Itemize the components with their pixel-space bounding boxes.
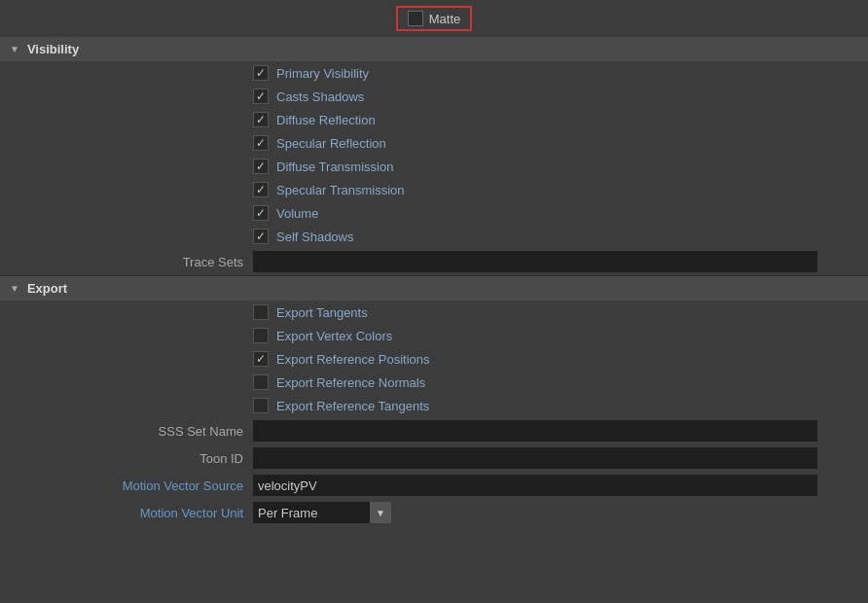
visibility-row-4: Diffuse Transmission bbox=[0, 155, 868, 178]
export-tangents-label: Export Tangents bbox=[276, 305, 368, 320]
specular-transmission-label: Specular Transmission bbox=[276, 183, 405, 197]
toon-id-value bbox=[253, 447, 868, 469]
export-value-1: Export Vertex Colors bbox=[253, 328, 868, 343]
motion-vector-source-label: Motion Vector Source bbox=[0, 479, 253, 493]
trace-sets-label: Trace Sets bbox=[0, 255, 253, 269]
visibility-checkbox-row-4: Diffuse Transmission bbox=[253, 159, 393, 174]
export-section-title: Export bbox=[27, 281, 67, 296]
toon-id-label: Toon ID bbox=[0, 451, 253, 466]
visibility-checkbox-row-3: Specular Reflection bbox=[253, 135, 386, 151]
top-bar: Matte bbox=[0, 0, 868, 37]
export-value-0: Export Tangents bbox=[253, 304, 868, 320]
visibility-arrow-icon: ▼ bbox=[10, 44, 19, 54]
export-row-3: Export Reference Normals bbox=[0, 371, 868, 394]
export-checkbox-row-1: Export Vertex Colors bbox=[253, 328, 392, 343]
export-row-2: Export Reference Positions bbox=[0, 347, 868, 371]
export-section-header[interactable]: ▼ Export bbox=[0, 276, 868, 301]
export-reference-normals-label: Export Reference Normals bbox=[276, 375, 425, 390]
diffuse-transmission-label: Diffuse Transmission bbox=[276, 160, 393, 174]
visibility-section-title: Visibility bbox=[27, 42, 79, 56]
volume-label: Volume bbox=[276, 206, 318, 221]
visibility-checkbox-row-1: Casts Shadows bbox=[253, 89, 364, 104]
visibility-value-0: Primary Visibility bbox=[253, 65, 868, 81]
export-value-4: Export Reference Tangents bbox=[253, 398, 868, 413]
motion-vector-source-value bbox=[253, 475, 868, 496]
primary-visibility-checkbox[interactable] bbox=[253, 65, 269, 81]
export-checkbox-row-0: Export Tangents bbox=[253, 304, 368, 320]
visibility-section-content: Primary Visibility Casts Shadows Diffuse… bbox=[0, 61, 868, 275]
visibility-row-6: Volume bbox=[0, 201, 868, 225]
export-tangents-checkbox[interactable] bbox=[253, 304, 269, 320]
export-value-2: Export Reference Positions bbox=[253, 351, 868, 367]
toon-id-row: Toon ID bbox=[0, 444, 868, 472]
export-reference-tangents-label: Export Reference Tangents bbox=[276, 399, 429, 413]
motion-vector-unit-value: ▼ bbox=[253, 502, 868, 523]
matte-checkbox[interactable] bbox=[408, 11, 423, 26]
self-shadows-label: Self Shadows bbox=[276, 230, 354, 244]
motion-vector-source-row: Motion Vector Source bbox=[0, 472, 868, 499]
export-checkbox-row-3: Export Reference Normals bbox=[253, 374, 425, 390]
export-reference-positions-checkbox[interactable] bbox=[253, 351, 269, 367]
visibility-value-1: Casts Shadows bbox=[253, 89, 868, 104]
sss-set-name-input[interactable] bbox=[253, 420, 817, 442]
export-reference-tangents-checkbox[interactable] bbox=[253, 398, 269, 413]
visibility-value-2: Diffuse Reflection bbox=[253, 112, 868, 127]
visibility-checkbox-row-2: Diffuse Reflection bbox=[253, 112, 376, 127]
matte-label: Matte bbox=[429, 12, 461, 26]
casts-shadows-checkbox[interactable] bbox=[253, 89, 269, 104]
export-row-4: Export Reference Tangents bbox=[0, 394, 868, 417]
diffuse-transmission-checkbox[interactable] bbox=[253, 159, 269, 174]
specular-reflection-checkbox[interactable] bbox=[253, 135, 269, 151]
trace-sets-input[interactable] bbox=[253, 251, 817, 272]
self-shadows-checkbox[interactable] bbox=[253, 229, 269, 244]
primary-visibility-label: Primary Visibility bbox=[276, 66, 369, 81]
trace-sets-row: Trace Sets bbox=[0, 248, 868, 275]
specular-transmission-checkbox[interactable] bbox=[253, 182, 269, 197]
specular-reflection-label: Specular Reflection bbox=[276, 136, 386, 151]
visibility-row-7: Self Shadows bbox=[0, 225, 868, 248]
sss-set-name-row: SSS Set Name bbox=[0, 417, 868, 444]
visibility-row-5: Specular Transmission bbox=[0, 178, 868, 201]
export-section-content: Export Tangents Export Vertex Colors Exp… bbox=[0, 301, 868, 526]
motion-vector-unit-label: Motion Vector Unit bbox=[0, 506, 253, 520]
export-arrow-icon: ▼ bbox=[10, 283, 19, 294]
trace-sets-value bbox=[253, 251, 868, 272]
visibility-value-4: Diffuse Transmission bbox=[253, 159, 868, 174]
casts-shadows-label: Casts Shadows bbox=[276, 89, 364, 104]
visibility-row-0: Primary Visibility bbox=[0, 61, 868, 85]
sss-set-name-label: SSS Set Name bbox=[0, 424, 253, 439]
visibility-value-6: Volume bbox=[253, 205, 868, 221]
matte-button[interactable]: Matte bbox=[396, 6, 473, 31]
visibility-row-2: Diffuse Reflection bbox=[0, 108, 868, 131]
diffuse-reflection-checkbox[interactable] bbox=[253, 112, 269, 127]
toon-id-input[interactable] bbox=[253, 447, 817, 469]
visibility-row-3: Specular Reflection bbox=[0, 131, 868, 155]
export-checkbox-row-4: Export Reference Tangents bbox=[253, 398, 429, 413]
motion-vector-source-input[interactable] bbox=[253, 475, 817, 496]
visibility-checkbox-row-6: Volume bbox=[253, 205, 318, 221]
sss-set-name-value bbox=[253, 420, 868, 442]
motion-vector-unit-arrow-icon[interactable]: ▼ bbox=[370, 502, 391, 523]
export-vertex-colors-label: Export Vertex Colors bbox=[276, 329, 392, 343]
volume-checkbox[interactable] bbox=[253, 205, 269, 221]
visibility-checkbox-row-7: Self Shadows bbox=[253, 229, 354, 244]
export-reference-positions-label: Export Reference Positions bbox=[276, 352, 430, 367]
visibility-row-1: Casts Shadows bbox=[0, 85, 868, 108]
visibility-value-5: Specular Transmission bbox=[253, 182, 868, 197]
visibility-checkbox-row-5: Specular Transmission bbox=[253, 182, 405, 197]
export-vertex-colors-checkbox[interactable] bbox=[253, 328, 269, 343]
visibility-value-3: Specular Reflection bbox=[253, 135, 868, 151]
visibility-section-header[interactable]: ▼ Visibility bbox=[0, 37, 868, 61]
export-row-1: Export Vertex Colors bbox=[0, 324, 868, 347]
visibility-checkbox-row-0: Primary Visibility bbox=[253, 65, 369, 81]
diffuse-reflection-label: Diffuse Reflection bbox=[276, 113, 376, 127]
visibility-value-7: Self Shadows bbox=[253, 229, 868, 244]
motion-vector-unit-dropdown: ▼ bbox=[253, 502, 391, 523]
export-value-3: Export Reference Normals bbox=[253, 374, 868, 390]
export-row-0: Export Tangents bbox=[0, 301, 868, 324]
export-reference-normals-checkbox[interactable] bbox=[253, 374, 269, 390]
motion-vector-unit-input[interactable] bbox=[253, 502, 370, 523]
export-checkbox-row-2: Export Reference Positions bbox=[253, 351, 430, 367]
motion-vector-unit-row: Motion Vector Unit ▼ bbox=[0, 499, 868, 526]
